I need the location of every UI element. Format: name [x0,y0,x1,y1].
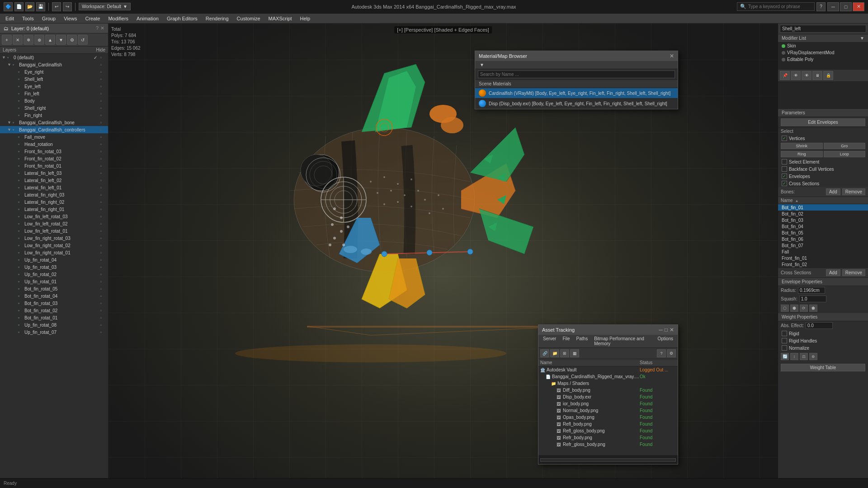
at-list-item[interactable]: 🖼 Opas_body.png Found [538,414,678,421]
layer-vis-check[interactable]: ✓ [94,55,100,60]
layer-item[interactable]: ▫Lateral_fin_right_01≡ [0,206,108,213]
asset-tracking-close[interactable]: ✕ [670,327,674,333]
squash-input[interactable] [799,296,826,302]
viewport[interactable]: Total Polys: 7 684 Tris: 13 706 Edges: 1… [108,23,778,478]
at-list-item[interactable]: 🏦 Autodesk Vault Logged Out ... [538,366,678,373]
layer-item[interactable]: ▫Lateral_fin_left_02≡ [0,177,108,184]
layer-expand-icon[interactable]: ▼ [2,55,7,60]
menu-animation[interactable]: Animation [133,15,162,22]
layer-item[interactable]: ▫Up_fin_rotat_01≡ [0,278,108,285]
layer-item[interactable]: ▫Bot_fin_rotat_04≡ [0,292,108,300]
layer-item[interactable]: ▼▫Banggai_Cardinalfish_bone≡ [0,119,108,126]
at-list-item[interactable]: 🖼 Dlsp_body.exr Found [538,394,678,400]
at-tool-1[interactable]: 📁 [550,349,559,357]
modifier-vray-disp[interactable]: VRayDisplacementMod [778,49,868,56]
layer-item[interactable]: ▫Lateral_fin_left_03≡ [0,169,108,177]
at-list-item[interactable]: 🖼 Refl_gloss_body.png Found [538,427,678,434]
layer-item[interactable]: ▫Eye_right≡ [0,68,108,75]
layer-expand-icon[interactable]: ▼ [7,120,13,125]
app-icon[interactable]: 🔷 [4,2,13,11]
at-list-item[interactable]: 🖼 Normal_body.png Found [538,407,678,414]
layer-item[interactable]: ▫Bot_fin_rotat_01≡ [0,314,108,321]
bone-item[interactable]: Bot_fin_02 [778,211,868,217]
bone-item[interactable]: Front_fin_02 [778,261,868,267]
menu-group[interactable]: Group [38,15,60,22]
layer-item[interactable]: ▫Head_rotation≡ [0,141,108,148]
shrink-btn[interactable]: Shrink [781,143,823,149]
cb-rigid[interactable] [782,331,787,336]
at-list-item[interactable]: 🖼 ior_body.png Found [538,400,678,407]
weight-table-btn[interactable]: Weight Table [781,364,865,371]
bone-item[interactable]: Bot_fin_01 [778,204,868,211]
layer-item[interactable]: ▫Low_fin_left_rotat_03≡ [0,213,108,220]
env-icon-1[interactable]: ⬢ [790,305,798,312]
material-browser-close[interactable]: ✕ [670,53,674,59]
modifier-object-input[interactable] [780,25,866,33]
cross-sections-remove-btn[interactable]: Remove [842,269,865,276]
layer-item[interactable]: ▫Bot_fin_rotat_02≡ [0,307,108,314]
layer-item[interactable]: ▫Bot_fin_rotat_05≡ [0,285,108,292]
wt-icon-0[interactable]: 🔄 [781,353,789,360]
menu-create[interactable]: Create [81,15,104,22]
bone-item[interactable]: Bot_fin_03 [778,217,868,223]
gro-btn[interactable]: Gro [824,143,866,149]
material-search-input[interactable] [478,70,675,78]
cb-cross-sections[interactable] [782,181,787,186]
at-list-item[interactable]: 🖼 Refl_body.png Found [538,421,678,427]
env-icon-3[interactable]: ⬟ [809,305,817,312]
open-btn[interactable]: 📂 [25,2,34,11]
bone-item[interactable]: Fall [778,249,868,255]
menu-modifiers[interactable]: Modifiers [104,15,132,22]
layer-up-btn[interactable]: ▲ [45,35,55,45]
at-tool-2[interactable]: ⊞ [560,349,569,357]
layer-item[interactable]: ▫Bot_fin_rotat_03≡ [0,300,108,307]
menu-tools[interactable]: Tools [19,15,38,22]
undo-btn[interactable]: ↩ [52,2,61,11]
at-list-item[interactable]: 📁 Maps / Shaders [538,380,678,387]
mod-pin-btn[interactable]: 📌 [780,71,790,80]
radius-input[interactable] [798,287,825,294]
modifier-skin[interactable]: Skin [778,42,868,49]
layer-item[interactable]: ▫Front_fin_rotat_01≡ [0,162,108,169]
bones-remove-btn[interactable]: Remove [842,188,865,195]
material-browser-header[interactable]: Material/Map Browser ✕ [475,51,678,61]
layer-refresh-btn[interactable]: ↺ [78,35,88,45]
material-item-0[interactable]: Cardinalfish (VRayMtl) [Body, Eye_left, … [475,88,678,99]
cb-backface[interactable] [782,166,787,172]
maximize-btn[interactable]: □ [840,2,852,11]
abs-effect-input[interactable] [806,322,833,329]
layer-item[interactable]: ▫Front_fin_rotat_03≡ [0,148,108,155]
at-tool-4[interactable]: ? [657,349,666,357]
layer-item[interactable]: ▫Up_fin_rotat_04≡ [0,256,108,263]
ring-btn[interactable]: Ring [781,151,823,157]
layer-item[interactable]: ▫Lateral_fin_right_03≡ [0,191,108,198]
bones-add-btn[interactable]: Add [826,188,840,195]
mod-show-btn[interactable]: 👁 [791,71,801,80]
menu-help[interactable]: Help [297,15,314,22]
material-item-1[interactable]: Disp (Disp_body.exr) [Body, Eye_left, Ey… [475,99,678,109]
cb-normalize[interactable] [782,345,787,351]
menu-rendering[interactable]: Rendering [202,15,232,22]
layer-item[interactable]: ▫Up_fin_rotat_02≡ [0,271,108,278]
loop-btn[interactable]: Loop [824,151,866,157]
at-list-item[interactable]: 📄 Banggai_Cardinalfish_Rigged_max_vray.m… [538,373,678,380]
material-browser-menu-btn[interactable]: ▼ [477,62,487,68]
at-menu-server[interactable]: Server [540,336,559,347]
modifier-editable-poly[interactable]: Editable Poly [778,56,868,63]
bone-item[interactable]: Bot_fin_04 [778,223,868,230]
layer-item[interactable]: ▼▫0 (default)✓≡ [0,54,108,61]
layer-item[interactable]: ▫Fin_left≡ [0,90,108,97]
layer-new-btn[interactable]: + [2,35,12,45]
bone-item[interactable]: Bot_fin_05 [778,230,868,236]
layer-item[interactable]: ▫Fall_move≡ [0,133,108,141]
menu-edit[interactable]: Edit [2,15,18,22]
layer-item[interactable]: ▫Front_fin_rotat_02≡ [0,155,108,162]
wt-icon-1[interactable]: ↕ [790,353,798,360]
wt-icon-3[interactable]: ⊕ [809,353,817,360]
at-menu-file[interactable]: File [560,336,572,347]
layer-expand-icon[interactable]: ▼ [7,62,13,67]
at-tool-0[interactable]: 🔗 [540,349,549,357]
viewport-label[interactable]: [+] [Perspective] [Shaded + Edged Faces] [394,26,492,33]
at-scrollbar[interactable] [540,458,676,462]
layer-item[interactable]: ▫Up_fin_rotat_07≡ [0,328,108,336]
